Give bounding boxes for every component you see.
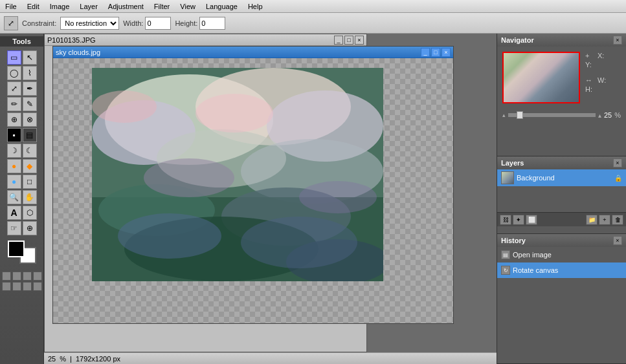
nav-zoom-min-icon: ▴ bbox=[502, 112, 506, 118]
select-ellipse-tool[interactable]: ◯ bbox=[7, 66, 21, 80]
sub-window-minimize[interactable]: _ bbox=[421, 48, 430, 57]
quick-tool-8[interactable] bbox=[33, 282, 42, 291]
main-window-title: P1010135.JPG bbox=[47, 36, 96, 44]
heal-tool[interactable]: ⊗ bbox=[23, 112, 37, 127]
lasso-tool[interactable]: ⌇ bbox=[23, 66, 37, 80]
width-group: Width: bbox=[123, 17, 171, 30]
main-window-maximize[interactable]: □ bbox=[344, 36, 353, 45]
tool-row-9: ● □ bbox=[7, 175, 37, 189]
crop-tool[interactable]: ⤢ bbox=[7, 81, 21, 96]
tool-row-12: ☞ ⊕ bbox=[7, 221, 37, 235]
quick-tools-grid bbox=[0, 269, 45, 294]
quick-tool-1[interactable] bbox=[2, 272, 11, 281]
layers-new-button[interactable]: + bbox=[599, 215, 610, 225]
quick-tool-4[interactable] bbox=[33, 272, 42, 281]
zoom-level: 25 bbox=[48, 355, 56, 363]
quick-tool-5[interactable] bbox=[2, 282, 11, 291]
main-window-title-bar[interactable]: P1010135.JPG _ □ × bbox=[45, 34, 366, 46]
sub-window-title-bar[interactable]: sky clouds.jpg _ □ × bbox=[53, 47, 453, 58]
blur-tool[interactable]: ● bbox=[7, 175, 21, 189]
nav-w-text: W: bbox=[598, 76, 607, 84]
svg-point-17 bbox=[241, 217, 357, 268]
brush-tool[interactable]: ✏ bbox=[7, 97, 21, 111]
zoom-unit: % bbox=[60, 355, 66, 363]
layers-header: Layers × bbox=[497, 156, 626, 169]
move-tool[interactable]: ↖ bbox=[23, 50, 37, 65]
hand-tool[interactable]: ✋ bbox=[23, 190, 37, 204]
height-input[interactable] bbox=[199, 17, 225, 30]
path-tool[interactable]: ⬡ bbox=[23, 206, 37, 220]
navigator-close-button[interactable]: × bbox=[613, 36, 622, 45]
constraint-label: Constraint: bbox=[22, 19, 56, 27]
layer-background[interactable]: Background 🔒 bbox=[497, 169, 626, 186]
sub-window-title: sky clouds.jpg bbox=[56, 48, 100, 56]
zoom-tool[interactable]: 🔍 bbox=[7, 190, 21, 204]
history-title: History bbox=[501, 237, 526, 244]
history-label-0: Open image bbox=[513, 251, 552, 259]
svg-point-13 bbox=[92, 91, 157, 123]
menu-adjustment[interactable]: Adjustment bbox=[103, 1, 149, 12]
layers-delete-button[interactable]: 🗑 bbox=[612, 215, 623, 225]
nav-y-text: Y: bbox=[585, 61, 595, 69]
nav-zoom-slider[interactable] bbox=[508, 113, 596, 117]
smudge-tool[interactable]: ● bbox=[7, 159, 21, 173]
canvas-content bbox=[53, 58, 453, 323]
tool-row-3: ⤢ ✒ bbox=[7, 81, 37, 96]
text-tool[interactable]: A bbox=[7, 206, 21, 220]
layers-mask-button[interactable]: ⬜ bbox=[526, 215, 537, 225]
constraint-select[interactable]: No restriction Aspect ratio Width Height bbox=[60, 17, 119, 30]
menu-edit[interactable]: Edit bbox=[22, 1, 45, 12]
burn-tool[interactable]: ☾ bbox=[23, 144, 37, 158]
nav-x-label: + bbox=[585, 52, 595, 59]
history-item-1[interactable]: ↻ Rotate canvas bbox=[497, 262, 626, 278]
navigator-preview bbox=[502, 52, 580, 103]
color-swatches[interactable] bbox=[8, 241, 36, 264]
pan-tool[interactable]: ☞ bbox=[7, 221, 21, 235]
height-group: Height: bbox=[175, 17, 225, 30]
layers-link-button[interactable]: ⛓ bbox=[500, 215, 511, 225]
clone-tool[interactable]: ⊕ bbox=[7, 112, 21, 127]
fill-tool[interactable]: ▪ bbox=[7, 128, 21, 142]
dodge-tool[interactable]: ☽ bbox=[7, 144, 21, 158]
layer-lock-icon: 🔒 bbox=[614, 175, 622, 182]
layers-group-button[interactable]: 📁 bbox=[586, 215, 598, 225]
menu-file[interactable]: File bbox=[0, 1, 22, 12]
sub-window-maximize[interactable]: □ bbox=[431, 48, 440, 57]
gradient-tool[interactable]: ▤ bbox=[23, 128, 37, 142]
magnify-tool[interactable]: ⊕ bbox=[23, 221, 37, 235]
status-bar: 25 % | 1792x1200 px bbox=[44, 352, 497, 364]
quick-tool-7[interactable] bbox=[23, 282, 32, 291]
width-input[interactable] bbox=[145, 17, 171, 30]
eraser-tool[interactable]: □ bbox=[23, 175, 37, 189]
menu-help[interactable]: Help bbox=[243, 1, 268, 12]
svg-point-10 bbox=[144, 158, 234, 197]
history-close-button[interactable]: × bbox=[613, 236, 622, 245]
layers-effect-button[interactable]: ✦ bbox=[513, 215, 524, 225]
sub-window-close[interactable]: × bbox=[442, 48, 451, 57]
quick-tool-3[interactable] bbox=[23, 272, 32, 281]
eyedropper-tool[interactable]: ✒ bbox=[23, 81, 37, 96]
menu-view[interactable]: View bbox=[175, 1, 201, 12]
pencil-tool[interactable]: ✎ bbox=[23, 97, 37, 111]
main-window-close[interactable]: × bbox=[355, 36, 364, 45]
layers-empty-space bbox=[497, 186, 626, 212]
main-window-minimize[interactable]: _ bbox=[334, 36, 343, 45]
history-item-0[interactable]: ▤ Open image bbox=[497, 247, 626, 262]
right-panel: Navigator × + X: Y: ↔ bbox=[497, 34, 626, 364]
nav-h-row: H: bbox=[585, 85, 607, 93]
quick-tool-6[interactable] bbox=[12, 282, 21, 291]
layers-close-button[interactable]: × bbox=[613, 158, 622, 167]
menu-layer[interactable]: Layer bbox=[74, 1, 103, 12]
nav-zoom-thumb[interactable] bbox=[517, 111, 523, 119]
menu-filter[interactable]: Filter bbox=[149, 1, 175, 12]
quick-tool-2[interactable] bbox=[12, 272, 21, 281]
sharpen-tool[interactable]: ◆ bbox=[23, 159, 37, 173]
menu-image[interactable]: Image bbox=[45, 1, 75, 12]
crop-tool-icon[interactable]: ⤢ bbox=[4, 16, 18, 30]
svg-point-12 bbox=[196, 94, 273, 133]
history-icon-1: ↻ bbox=[501, 266, 510, 275]
foreground-color-swatch[interactable] bbox=[8, 241, 25, 257]
select-rect-tool[interactable]: ▭ bbox=[7, 50, 21, 65]
history-section: History × ▤ Open image ↻ Rotate canvas bbox=[497, 234, 626, 364]
menu-language[interactable]: Language bbox=[201, 1, 243, 12]
